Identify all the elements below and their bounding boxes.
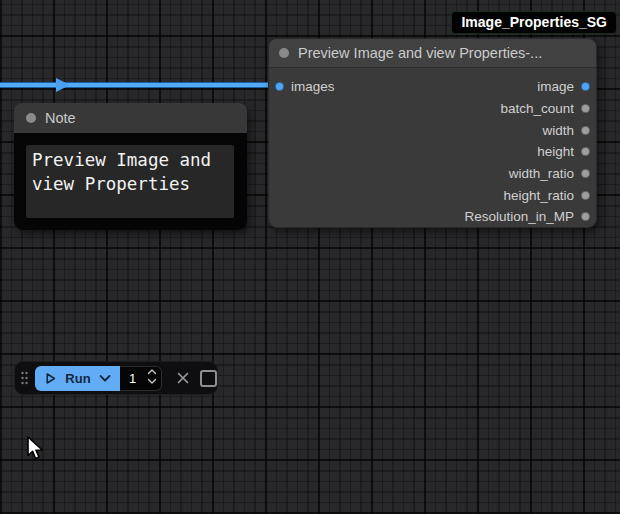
stop-icon bbox=[200, 370, 217, 387]
output-slot-label: width_ratio bbox=[509, 166, 574, 181]
output-slot-label: Resolution_in_MP bbox=[464, 209, 574, 224]
spin-up-icon[interactable] bbox=[147, 368, 157, 376]
output-port-width[interactable] bbox=[581, 126, 590, 135]
run-button-label: Run bbox=[65, 371, 90, 386]
node-slot-list: imagesimagebatch_countwidthheightwidth_r… bbox=[269, 68, 596, 228]
drag-handle-icon[interactable] bbox=[20, 370, 29, 386]
wire-direction-arrow-icon bbox=[56, 78, 70, 92]
output-slot-label: batch_count bbox=[500, 101, 574, 116]
input-slot-label: images bbox=[291, 79, 335, 94]
run-button[interactable]: Run bbox=[35, 366, 120, 391]
output-port-width_ratio[interactable] bbox=[581, 169, 590, 178]
slot-row: height bbox=[269, 141, 596, 163]
note-text-area[interactable]: Preview Image and view Properties bbox=[26, 145, 234, 218]
output-port-image[interactable] bbox=[581, 82, 590, 91]
run-control-group: Run 1 bbox=[35, 366, 162, 391]
note-node[interactable]: Note Preview Image and view Properties bbox=[14, 103, 247, 230]
output-slot-label: image bbox=[537, 79, 574, 94]
output-slot-label: width bbox=[542, 123, 574, 138]
node-title: Preview Image and view Properties-... bbox=[298, 45, 542, 61]
preview-properties-node[interactable]: Preview Image and view Properties-... im… bbox=[268, 38, 597, 228]
output-port-height_ratio[interactable] bbox=[581, 191, 590, 200]
chevron-down-icon[interactable] bbox=[99, 374, 111, 383]
cancel-button[interactable] bbox=[174, 367, 191, 389]
output-slot-label: height bbox=[537, 144, 574, 159]
slot-row: height_ratio bbox=[269, 184, 596, 206]
batch-count-stepper[interactable]: 1 bbox=[120, 366, 162, 391]
note-node-title: Note bbox=[45, 110, 76, 126]
output-port-batch_count[interactable] bbox=[581, 104, 590, 113]
stop-button[interactable] bbox=[200, 367, 217, 389]
output-port-Resolution_in_MP[interactable] bbox=[581, 212, 590, 221]
slot-row: width bbox=[269, 119, 596, 141]
cancel-icon bbox=[176, 371, 190, 385]
collapse-dot-icon[interactable] bbox=[26, 113, 36, 123]
output-slot-label: height_ratio bbox=[503, 188, 574, 203]
spin-down-icon[interactable] bbox=[147, 377, 157, 385]
node-group-badge: Image_Properties_SG bbox=[451, 11, 617, 34]
input-port-images[interactable] bbox=[275, 82, 284, 91]
play-icon bbox=[44, 372, 57, 385]
batch-count-value[interactable]: 1 bbox=[129, 371, 136, 386]
slot-row: width_ratio bbox=[269, 163, 596, 185]
slot-row: batch_count bbox=[269, 98, 596, 120]
node-graph-canvas[interactable]: Image_Properties_SG Preview Image and vi… bbox=[0, 0, 620, 514]
collapse-dot-icon[interactable] bbox=[279, 48, 289, 58]
node-header[interactable]: Preview Image and view Properties-... bbox=[269, 39, 596, 68]
output-port-height[interactable] bbox=[581, 147, 590, 156]
connection-wire bbox=[0, 82, 274, 88]
mouse-cursor-icon bbox=[26, 436, 48, 462]
run-toolbar: Run 1 bbox=[14, 361, 218, 395]
note-node-header[interactable]: Note bbox=[14, 103, 247, 133]
slot-row: Resolution_in_MP bbox=[269, 206, 596, 228]
slot-row: imagesimage bbox=[269, 76, 596, 98]
